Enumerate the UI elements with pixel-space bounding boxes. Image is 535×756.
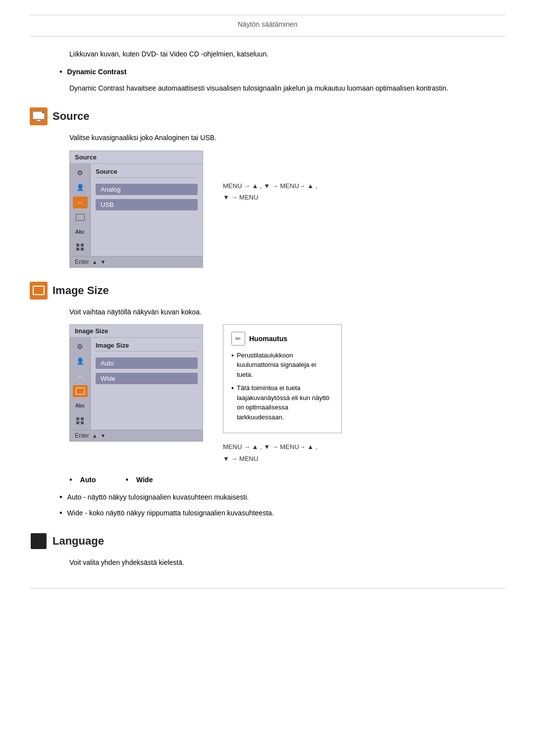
image-size-osd-main: Image Size Auto Wide	[91, 338, 203, 430]
sidebar-icon-person: 👤	[73, 182, 88, 194]
imagesize-sidebar-icon-grid	[73, 415, 88, 427]
page-container: Näytön säätäminen Liikkuvan kuvan, kuten…	[0, 0, 535, 618]
source-section-title: Source	[53, 110, 90, 123]
sidebar-icon-source-active: ↔	[73, 197, 88, 208]
source-osd-main: Source Analog USB	[91, 164, 203, 256]
note-bullet1: • Perustilataulukkoon kuulumattomia sign…	[231, 351, 333, 380]
language-section-heading: Language	[30, 532, 505, 550]
source-icon-svg	[32, 111, 45, 122]
source-icon	[30, 107, 48, 125]
source-osd-container: Source ⚙ 👤 ↔ Abc	[69, 151, 505, 268]
image-size-section-title: Image Size	[53, 284, 109, 297]
source-section-heading: Source	[30, 107, 505, 125]
image-size-osd-box: Image Size ⚙ 👤 ↔ Abc	[69, 324, 203, 442]
image-size-osd-sidebar: ⚙ 👤 ↔ Abc	[70, 338, 91, 430]
dynamic-contrast-label: Dynamic Contrast	[67, 68, 127, 76]
source-osd-title: Source	[70, 151, 203, 164]
note-bullet1-dot: •	[231, 351, 234, 361]
note-bullet2-text: Tätä toimintoa ei tueta laajakuvanäytöss…	[237, 383, 333, 422]
inline-bullet-wide-label: Wide	[136, 476, 153, 484]
note-bullet2: • Tätä toimintoa ei tueta laajakuvanäytö…	[231, 383, 333, 422]
bottom-border	[30, 588, 505, 589]
note-bullet1-text: Perustilataulukkoon kuulumattomia signaa…	[237, 351, 333, 380]
auto-desc-text: Auto - näyttö näkyy tulosignaalien kuvas…	[67, 492, 249, 503]
source-arrow-up: ▲	[92, 259, 98, 265]
note-icon: ✏	[231, 332, 245, 346]
image-size-option-auto: Auto	[96, 357, 198, 369]
source-osd-bottom: Enter ▲ ▼	[70, 256, 203, 267]
inline-bullet-auto: • Auto	[69, 474, 96, 485]
source-arrow-down: ▼	[101, 259, 106, 265]
image-size-arrow-up: ▲	[92, 433, 98, 439]
image-size-arrow-down: ▼	[101, 433, 106, 439]
image-size-right-panel: ✏ Huomautus • Perustilataulukkoon kuulum…	[223, 324, 342, 464]
image-size-osd-bottom: Enter ▲ ▼	[70, 430, 203, 441]
bullet-dot: •	[59, 66, 62, 77]
svg-rect-3	[33, 286, 44, 295]
dynamic-contrast-text: Dynamic Contrast	[67, 66, 127, 77]
image-size-option-wide: Wide	[96, 373, 198, 384]
auto-desc-item: • Auto - näyttö näkyy tulosignaalien kuv…	[59, 492, 505, 503]
note-title: Huomautus	[249, 333, 287, 344]
wide-desc-item: • Wide - koko näyttö näkyy riippumatta t…	[59, 507, 505, 518]
language-icon	[30, 532, 48, 550]
wide-desc-dot: •	[59, 507, 62, 518]
imagesize-sidebar-icon-rect-active	[73, 385, 88, 397]
inline-bullet-wide: • Wide	[126, 474, 153, 485]
imagesize-sidebar-icon-abc: Abc	[73, 400, 88, 412]
source-osd-box: Source ⚙ 👤 ↔ Abc	[69, 151, 203, 268]
image-size-osd-container: Image Size ⚙ 👤 ↔ Abc	[69, 324, 505, 464]
image-size-osd-body: ⚙ 👤 ↔ Abc	[70, 338, 203, 430]
intro-text1: Liikkuvan kuvan, kuten DVD- tai Video CD…	[69, 49, 505, 59]
wide-desc-text: Wide - koko näyttö näkyy riippumatta tul…	[67, 507, 274, 518]
source-nav-hint: MENU → ▲ , ▼ → MENU→ ▲ , ▼ → MENU	[223, 151, 317, 203]
sidebar-icon-grid	[73, 241, 88, 253]
imagesize-icon-svg	[32, 285, 45, 296]
source-option-usb: USB	[96, 199, 198, 210]
auto-desc-dot: •	[59, 492, 62, 503]
source-description: Valitse kuvasignaaliksi joko Analoginen …	[69, 132, 505, 143]
svg-point-2	[42, 111, 44, 113]
sidebar-icon-rect	[73, 211, 88, 223]
imagesize-sidebar-icon-person: 👤	[73, 355, 88, 367]
language-section-title: Language	[53, 535, 104, 548]
note-header: ✏ Huomautus	[231, 332, 333, 346]
imagesize-icon	[30, 282, 48, 300]
svg-rect-1	[37, 120, 41, 121]
image-size-nav-hint: MENU → ▲ , ▼ → MENU→ ▲ , ▼ → MENU	[223, 441, 332, 464]
dynamic-contrast-item: • Dynamic Contrast	[59, 66, 505, 77]
note-box: ✏ Huomautus • Perustilataulukkoon kuulum…	[223, 324, 342, 434]
sidebar-icon-gear: ⚙	[73, 167, 88, 179]
source-option-analog: Analog	[96, 184, 198, 195]
image-size-enter-label: Enter	[75, 432, 89, 439]
image-size-section-heading: Image Size	[30, 282, 505, 300]
source-osd-body: ⚙ 👤 ↔ Abc	[70, 164, 203, 256]
source-osd-sidebar: ⚙ 👤 ↔ Abc	[70, 164, 91, 256]
sidebar-icon-abc: Abc	[73, 226, 88, 238]
inline-bullet-auto-label: Auto	[80, 476, 96, 484]
imagesize-sidebar-icon-gear: ⚙	[73, 341, 88, 353]
note-bullet2-dot: •	[231, 383, 234, 394]
imagesize-sidebar-icon-source: ↔	[73, 370, 88, 382]
dynamic-contrast-desc: Dynamic Contrast havaitsee automaattises…	[69, 83, 505, 94]
source-osd-item-label: Source	[96, 168, 198, 178]
page-title: Näytön säätäminen	[30, 15, 505, 37]
image-size-inline-bullets: • Auto • Wide	[69, 474, 505, 485]
image-size-osd-item-label: Image Size	[96, 342, 198, 352]
language-icon-box	[31, 533, 47, 549]
image-size-description: Voit vaihtaa näytöllä näkyvän kuvan koko…	[69, 306, 505, 317]
source-enter-label: Enter	[75, 258, 89, 265]
image-size-osd-title: Image Size	[70, 325, 203, 338]
language-description: Voit valita yhden yhdeksästä kielestä.	[69, 557, 505, 568]
